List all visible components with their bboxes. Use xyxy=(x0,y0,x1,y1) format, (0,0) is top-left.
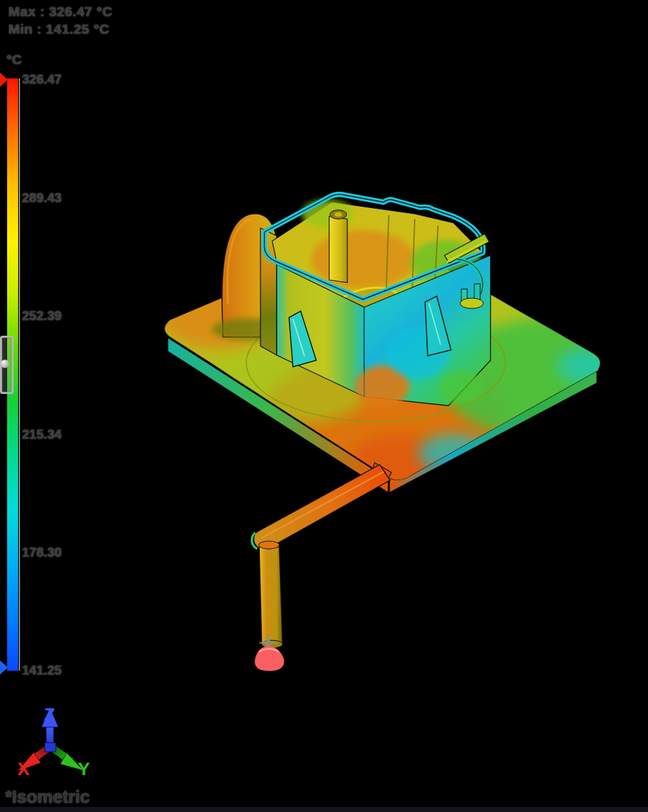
legend-tick-2: 252.39 xyxy=(22,308,62,323)
orientation-triad[interactable]: X Y Z xyxy=(17,704,90,779)
x-axis-label: X xyxy=(17,759,30,779)
sprue-tip-cone xyxy=(255,646,284,671)
max-temperature-readout: Max : 326.47 °C xyxy=(8,4,113,19)
view-orientation-label: *Isometric xyxy=(5,787,90,807)
legend-tick-1: 289.43 xyxy=(22,191,62,205)
sprue-cylinder xyxy=(259,544,283,646)
legend-track-line xyxy=(19,78,20,671)
runner-bar xyxy=(254,465,390,549)
part-runner-sprue[interactable] xyxy=(252,463,391,671)
legend-min-arrow-icon xyxy=(0,660,8,675)
min-temperature-readout: Min : 141.25 °C xyxy=(8,21,110,37)
y-axis-label: Y xyxy=(78,759,90,779)
legend-tick-5: 141.25 xyxy=(22,663,62,678)
legend-tick-3: 215.34 xyxy=(22,427,62,442)
z-axis-label: Z xyxy=(44,704,55,725)
triad-origin-cube xyxy=(45,743,56,752)
bottom-edge-strip xyxy=(0,807,648,812)
viewport-3d[interactable]: X Y Z Max : 326.47 °C Min : 141.25 °C °C… xyxy=(0,0,648,812)
legend-tick-4: 178.30 xyxy=(22,545,62,560)
legend-max-arrow-icon xyxy=(0,73,8,87)
legend-slider-knob[interactable] xyxy=(1,360,9,368)
model-canvas[interactable]: X Y Z xyxy=(0,0,648,812)
legend-unit-label: °C xyxy=(6,52,22,67)
legend-slider-handle[interactable] xyxy=(0,336,14,394)
legend-tick-0: 326.47 xyxy=(22,72,62,87)
box-inner-tube xyxy=(329,216,347,283)
